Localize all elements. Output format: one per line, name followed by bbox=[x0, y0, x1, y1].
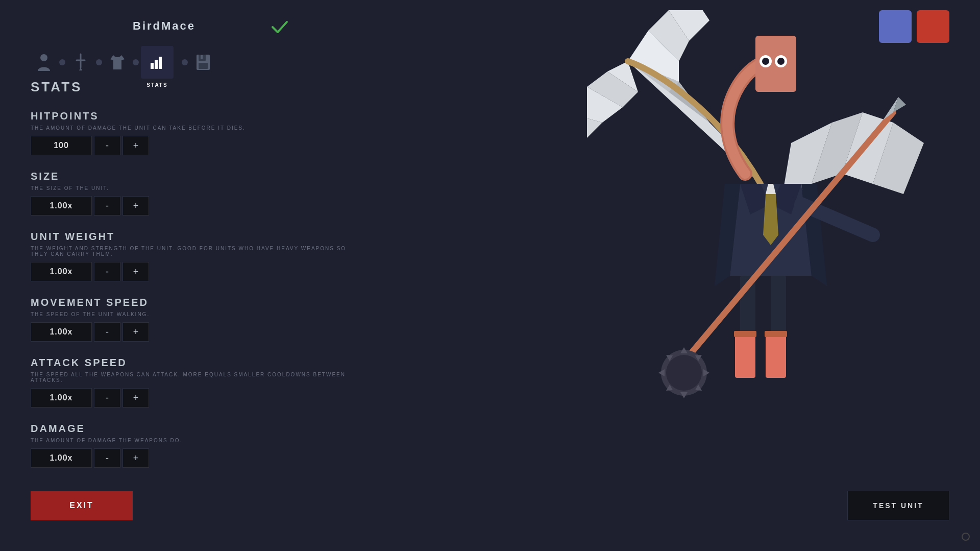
stat-controls-unit_weight: 1.00x - + bbox=[31, 262, 357, 281]
svg-point-39 bbox=[762, 58, 769, 65]
stat-name-movement_speed: MOVEMENT SPEED bbox=[31, 297, 357, 308]
stat-plus-attack_speed[interactable]: + bbox=[122, 388, 149, 408]
nav-dot-2 bbox=[96, 59, 102, 65]
stat-row-size: SIZE THE SIZE OF THE UNIT. 1.00x - + bbox=[31, 171, 357, 215]
stat-minus-size[interactable]: - bbox=[94, 196, 120, 215]
stat-value-movement_speed: 1.00x bbox=[31, 322, 92, 342]
svg-point-41 bbox=[777, 58, 785, 65]
stat-controls-hitpoints: 100 - + bbox=[31, 136, 357, 155]
stat-name-size: SIZE bbox=[31, 171, 357, 182]
stat-minus-unit_weight[interactable]: - bbox=[94, 262, 120, 281]
stats-container: HITPOINTS THE AMOUNT OF DAMAGE THE UNIT … bbox=[31, 110, 357, 468]
stats-panel: STATS HITPOINTS THE AMOUNT OF DAMAGE THE… bbox=[31, 79, 357, 483]
nav-item-weapon[interactable] bbox=[67, 49, 94, 76]
svg-marker-34 bbox=[763, 194, 778, 245]
stat-desc-size: THE SIZE OF THE UNIT. bbox=[31, 185, 357, 191]
exit-button[interactable]: EXIT bbox=[31, 491, 133, 520]
unit-name: BirdMace bbox=[133, 19, 195, 33]
stat-controls-size: 1.00x - + bbox=[31, 196, 357, 215]
stat-controls-damage: 1.00x - + bbox=[31, 448, 357, 468]
stat-desc-damage: THE AMOUNT OF DAMAGE THE WEAPONS DO. bbox=[31, 438, 357, 443]
nav-dot-4 bbox=[182, 59, 188, 65]
page-title: STATS bbox=[31, 79, 357, 95]
character-display bbox=[419, 0, 980, 460]
svg-rect-44 bbox=[771, 276, 786, 337]
corner-circle bbox=[962, 533, 970, 541]
stat-value-size: 1.00x bbox=[31, 196, 92, 215]
character-svg bbox=[587, 10, 954, 460]
stat-row-damage: DAMAGE THE AMOUNT OF DAMAGE THE WEAPONS … bbox=[31, 423, 357, 468]
nav-bar: STATS bbox=[31, 46, 216, 79]
svg-rect-43 bbox=[735, 332, 755, 378]
svg-rect-9 bbox=[199, 63, 208, 69]
stat-value-attack_speed: 1.00x bbox=[31, 388, 92, 408]
stat-minus-hitpoints[interactable]: - bbox=[94, 136, 120, 155]
stat-desc-movement_speed: THE SPEED OF THE UNIT WALKING. bbox=[31, 312, 357, 317]
svg-point-53 bbox=[666, 355, 702, 391]
stat-minus-movement_speed[interactable]: - bbox=[94, 322, 120, 342]
stat-row-movement_speed: MOVEMENT SPEED THE SPEED OF THE UNIT WAL… bbox=[31, 297, 357, 342]
nav-dot-3 bbox=[133, 59, 139, 65]
stat-minus-attack_speed[interactable]: - bbox=[94, 388, 120, 408]
stat-controls-attack_speed: 1.00x - + bbox=[31, 388, 357, 408]
nav-item-profile[interactable] bbox=[31, 49, 57, 76]
svg-rect-45 bbox=[766, 332, 786, 378]
svg-point-0 bbox=[40, 54, 47, 61]
svg-rect-47 bbox=[765, 331, 787, 337]
stat-name-unit_weight: UNIT WEIGHT bbox=[31, 231, 357, 243]
svg-rect-4 bbox=[151, 63, 154, 69]
test-unit-button[interactable]: TEST UNIT bbox=[847, 491, 949, 520]
svg-rect-5 bbox=[155, 60, 158, 69]
stat-name-damage: DAMAGE bbox=[31, 423, 357, 435]
stat-controls-movement_speed: 1.00x - + bbox=[31, 322, 357, 342]
svg-rect-46 bbox=[734, 331, 756, 337]
stat-value-unit_weight: 1.00x bbox=[31, 262, 92, 281]
nav-item-stats[interactable]: STATS bbox=[141, 46, 174, 79]
stat-name-attack_speed: ATTACK SPEED bbox=[31, 357, 357, 369]
stat-row-hitpoints: HITPOINTS THE AMOUNT OF DAMAGE THE UNIT … bbox=[31, 110, 357, 155]
stat-minus-damage[interactable]: - bbox=[94, 448, 120, 468]
stat-desc-hitpoints: THE AMOUNT OF DAMAGE THE UNIT CAN TAKE B… bbox=[31, 125, 357, 131]
stat-desc-unit_weight: THE WEIGHT AND STRENGTH OF THE UNIT. GOO… bbox=[31, 246, 357, 257]
nav-item-armor[interactable] bbox=[104, 49, 131, 76]
stat-plus-hitpoints[interactable]: + bbox=[122, 136, 149, 155]
stat-plus-size[interactable]: + bbox=[122, 196, 149, 215]
stat-row-attack_speed: ATTACK SPEED THE SPEED ALL THE WEAPONS C… bbox=[31, 357, 357, 408]
stat-name-hitpoints: HITPOINTS bbox=[31, 110, 357, 122]
svg-rect-10 bbox=[201, 55, 203, 59]
svg-marker-3 bbox=[79, 67, 82, 70]
stat-plus-movement_speed[interactable]: + bbox=[122, 322, 149, 342]
checkmark-icon bbox=[271, 18, 289, 38]
stat-value-damage: 1.00x bbox=[31, 448, 92, 468]
stat-plus-unit_weight[interactable]: + bbox=[122, 262, 149, 281]
nav-dot-1 bbox=[59, 59, 65, 65]
svg-rect-6 bbox=[159, 57, 162, 69]
stat-row-unit_weight: UNIT WEIGHT THE WEIGHT AND STRENGTH OF T… bbox=[31, 231, 357, 281]
stat-plus-damage[interactable]: + bbox=[122, 448, 149, 468]
stat-desc-attack_speed: THE SPEED ALL THE WEAPONS CAN ATTACK. MO… bbox=[31, 372, 357, 383]
stat-value-hitpoints: 100 bbox=[31, 136, 92, 155]
nav-item-save[interactable] bbox=[190, 49, 216, 76]
